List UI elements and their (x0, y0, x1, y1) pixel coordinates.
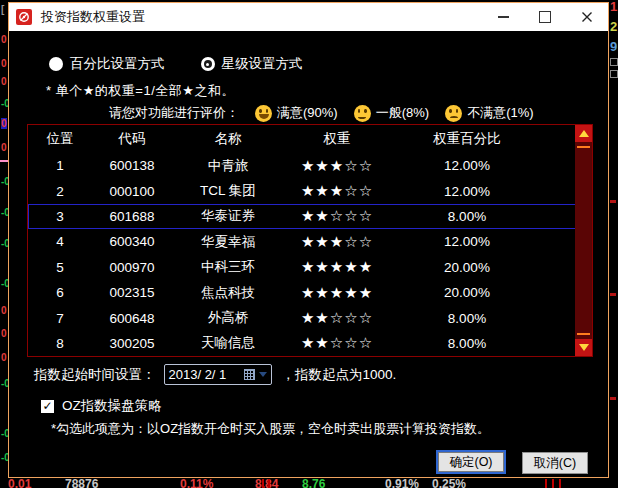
column-header: 权重 (284, 130, 390, 148)
rating-option-happy[interactable]: 满意(90%) (255, 104, 338, 122)
table-row[interactable]: 5000970中科三环★★★★★20.00% (28, 255, 592, 280)
bg-fragment: 1 (610, 1, 617, 12)
cell-percent: 12.00% (390, 234, 574, 249)
scrollbar-thumb-top (577, 146, 590, 148)
background-box-glyph (610, 70, 618, 78)
sad-face-icon (445, 105, 462, 122)
cell-stars: ★★★★★ (284, 258, 390, 276)
table-row[interactable]: 3601688华泰证券★★☆☆☆8.00% (28, 204, 592, 229)
bg-fragment: 0 (1, 34, 7, 45)
radio-percent-label: 百分比设置方式 (70, 55, 165, 73)
minimize-button[interactable] (482, 3, 524, 31)
cell-pos: 8 (28, 336, 92, 351)
background-red-tick (545, 479, 547, 488)
background-red-tick (552, 479, 554, 488)
arrow-down-icon (579, 344, 589, 351)
cell-name: 中科三环 (172, 258, 284, 276)
background-red-dash (610, 293, 616, 296)
bg-fragment: [ (1, 4, 4, 15)
close-icon (581, 11, 593, 23)
cancel-button[interactable]: 取消(C) (522, 452, 588, 474)
cell-stars: ★★★☆☆ (284, 157, 390, 175)
background-red-tick (262, 479, 264, 488)
radio-star-mode[interactable]: 星级设置方式 (201, 55, 303, 73)
cell-code: 601688 (92, 209, 172, 224)
cell-name: 中青旅 (172, 157, 284, 175)
background-red-tick (559, 479, 561, 488)
scroll-up-button[interactable] (575, 125, 592, 142)
bg-fragment: 0 (1, 58, 7, 69)
cell-stars: ★★★☆☆ (284, 233, 390, 251)
checkbox-checked-icon[interactable]: ✓ (41, 400, 54, 413)
rating-option-neutral[interactable]: 一般(8%) (354, 104, 429, 122)
bg-quote-value: 0.91% (385, 477, 419, 488)
cell-name: 华夏幸福 (172, 233, 284, 251)
cell-percent: 12.00% (390, 184, 574, 199)
cell-percent: 20.00% (390, 260, 574, 275)
cell-code: 300205 (92, 336, 172, 351)
cell-stars: ★★☆☆☆ (284, 207, 390, 225)
bg-fragment: 2 (610, 21, 617, 32)
radio-star-label: 星级设置方式 (222, 55, 303, 73)
table-row[interactable]: 7600648外高桥★★☆☆☆8.00% (28, 305, 592, 330)
column-header: 位置 (28, 130, 92, 148)
cell-pos: 2 (28, 184, 92, 199)
rating-option-label: 满意(90%) (277, 104, 338, 122)
neutral-face-icon (354, 105, 371, 122)
date-value: 2013/ 2/ 1 (169, 367, 244, 382)
bg-fragment: 0 (1, 352, 7, 363)
star-weight-hint: * 单个★的权重=1/全部★之和。 (46, 82, 235, 100)
cell-percent: 8.00% (390, 311, 574, 326)
date-suffix: ，指数起点为1000. (282, 366, 397, 384)
table-row[interactable]: 2000100TCL 集团★★★☆☆12.00% (28, 178, 592, 203)
cell-pos: 4 (28, 234, 92, 249)
cell-code: 600138 (92, 158, 172, 173)
cell-percent: 20.00% (390, 285, 574, 300)
bg-quote-value: 8.76 (302, 477, 325, 488)
app-logo-icon (16, 9, 32, 25)
rating-row: 请您对功能进行评价： 满意(90%)一般(8%)不满意(1%) (109, 104, 534, 122)
radio-percent-mode[interactable]: 百分比设置方式 (49, 55, 165, 73)
date-picker[interactable]: 2013/ 2/ 1 (164, 364, 272, 385)
cell-stars: ★★☆☆☆ (284, 309, 390, 327)
rating-option-sad[interactable]: 不满意(1%) (445, 104, 533, 122)
title-bar[interactable]: 投资指数权重设置 (9, 3, 608, 31)
ok-button[interactable]: 确定(O) (438, 452, 504, 472)
cell-pos: 1 (28, 158, 92, 173)
radio-selected-icon (201, 57, 215, 71)
strategy-note: *勾选此项意为：以OZ指数开仓时买入股票，空仓时卖出股票计算投资指数。 (51, 420, 490, 438)
cell-percent: 8.00% (390, 209, 574, 224)
cell-name: 焦点科技 (172, 284, 284, 302)
cell-pos: 5 (28, 260, 92, 275)
cell-code: 000100 (92, 184, 172, 199)
cell-stars: ★★☆☆☆ (284, 334, 390, 352)
happy-face-icon (255, 105, 272, 122)
cell-pos: 3 (28, 209, 92, 224)
bg-quote-value: 78876 (65, 477, 98, 488)
bg-fragment: 0 (1, 76, 7, 87)
bg-quote-value: 0.01 (8, 477, 31, 488)
cell-pos: 7 (28, 311, 92, 326)
table-row[interactable]: 1600138中青旅★★★☆☆12.00% (28, 153, 592, 178)
close-button[interactable] (566, 3, 608, 31)
chevron-down-icon (259, 372, 267, 377)
table-row[interactable]: 8300205天喻信息★★☆☆☆8.00% (28, 331, 592, 356)
calendar-icon (244, 369, 255, 380)
cell-percent: 12.00% (390, 158, 574, 173)
rating-prompt: 请您对功能进行评价： (109, 104, 239, 122)
table-scrollbar[interactable] (575, 125, 592, 356)
table-row[interactable]: 4600340华夏幸福★★★☆☆12.00% (28, 229, 592, 254)
date-label: 指数起始时间设置： (34, 366, 156, 384)
maximize-button[interactable] (524, 3, 566, 31)
bg-fragment: 0 (1, 305, 7, 316)
strategy-checkbox-row[interactable]: ✓ OZ指数操盘策略 (41, 397, 162, 415)
maximize-icon (539, 11, 551, 23)
cell-name: 天喻信息 (172, 334, 284, 352)
cell-name: 外高桥 (172, 309, 284, 327)
cell-percent: 8.00% (390, 336, 574, 351)
bg-quote-value: 0.25% (432, 477, 466, 488)
scroll-down-button[interactable] (575, 339, 592, 356)
scrollbar-thumb-bottom (577, 333, 590, 335)
table-row[interactable]: 6002315焦点科技★★★★★20.00% (28, 280, 592, 305)
column-header: 名称 (172, 130, 284, 148)
